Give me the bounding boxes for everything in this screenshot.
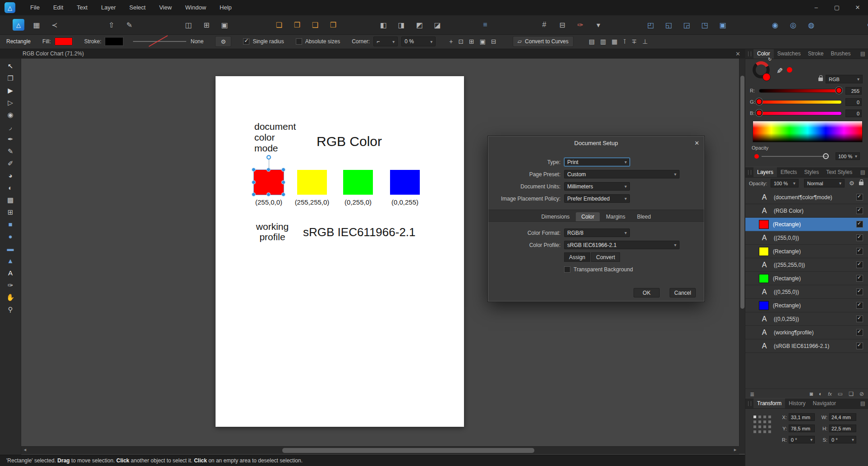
scroll-right-icon[interactable]: ►	[733, 448, 737, 452]
anchor-cell[interactable]	[753, 430, 756, 433]
pen-tool[interactable]: ✒	[4, 133, 17, 145]
layer-visibility-checkbox[interactable]	[856, 261, 863, 268]
transparent-background-option[interactable]: Transparent Background	[564, 266, 704, 273]
transform-separately-icon[interactable]: ▣	[480, 38, 486, 45]
corner-radius-input[interactable]: 0 % ▾	[401, 37, 436, 46]
rectangle-swatch-255-0-0[interactable]	[254, 170, 284, 195]
active-color-indicator[interactable]	[762, 73, 771, 81]
swatch-value-label[interactable]: (0,255,0)	[331, 198, 385, 206]
blend-mode-dropdown[interactable]: Normal ▾	[804, 179, 845, 187]
layer-visibility-checkbox[interactable]	[856, 221, 863, 228]
rounded-rectangle-tool[interactable]: ▬	[4, 243, 17, 254]
menu-text[interactable]: Text	[70, 0, 94, 15]
g-value-input[interactable]: 0	[845, 98, 862, 106]
panel-menu-icon[interactable]: ▤	[860, 169, 865, 175]
layer-visibility-checkbox[interactable]	[856, 302, 863, 309]
dialog-close-icon[interactable]: ✕	[694, 140, 699, 146]
vertical-scroll-thumb[interactable]	[740, 76, 744, 309]
hide-selection-icon[interactable]: ⊡	[458, 38, 464, 45]
transform-tab-transform[interactable]: Transform	[753, 398, 785, 408]
type-dropdown[interactable]: Print▾	[564, 158, 630, 166]
color-profile-dropdown[interactable]: sRGB IEC61966-2.1▾	[564, 241, 680, 249]
insert-inside-icon[interactable]: ◲	[681, 19, 693, 31]
anchor-cell[interactable]	[763, 425, 766, 428]
move-backward-icon[interactable]: ❑	[309, 19, 321, 31]
transform-origin-icon[interactable]: +	[449, 38, 453, 45]
triangle-tool[interactable]: ▲	[4, 255, 17, 266]
selection-handle[interactable]	[281, 168, 285, 172]
menu-layer[interactable]: Layer	[94, 0, 123, 15]
y-input[interactable]: 78,5 mm	[789, 425, 815, 432]
menu-select[interactable]: Select	[123, 0, 152, 15]
anchor-cell[interactable]	[763, 430, 766, 433]
anchor-cell[interactable]	[768, 430, 771, 433]
swatch-value-label[interactable]: (0,0,255)	[378, 198, 432, 206]
layer-row[interactable]: (Rectangle)	[745, 218, 868, 231]
style-paint-icon[interactable]: ✑	[574, 19, 586, 31]
blend-ranges-icon[interactable]: ▭	[838, 391, 843, 397]
vector-brush-tool[interactable]: ✐	[4, 158, 17, 169]
layer-visibility-checkbox[interactable]	[856, 194, 863, 201]
opacity-knob[interactable]	[823, 153, 829, 159]
dialog-tab-dimensions[interactable]: Dimensions	[536, 212, 575, 221]
r-slider-knob[interactable]	[836, 87, 842, 94]
rectangle-swatch-0-0-255[interactable]	[390, 170, 420, 195]
layer-row[interactable]: A(sRGB IEC611966-2.1)	[745, 339, 868, 353]
color-tab-brushes[interactable]: Brushes	[827, 49, 854, 59]
anchor-cell[interactable]	[768, 420, 771, 423]
insert-target-icon[interactable]: ▣	[717, 19, 729, 31]
align-bottom-icon[interactable]: ⊥	[642, 38, 648, 45]
remove-layer-icon[interactable]: ⊘	[859, 391, 864, 397]
adjustment-layer-icon[interactable]: ◐	[819, 391, 822, 397]
g-slider-track[interactable]	[759, 100, 842, 104]
scroll-left-icon[interactable]: ◄	[23, 448, 27, 452]
stroke-width-control[interactable]	[133, 38, 186, 45]
edit-document-icon[interactable]: ✎	[124, 19, 135, 31]
r-value-input[interactable]: 255	[845, 87, 862, 95]
anchor-cell[interactable]	[758, 430, 761, 433]
lock-icon[interactable]	[818, 78, 823, 81]
cycle-selection-box-icon[interactable]: ⊟	[491, 38, 496, 45]
panel-grip[interactable]	[748, 170, 751, 175]
layer-row[interactable]: A(document¶color¶mode)	[745, 191, 868, 204]
layer-row[interactable]: A(working¶profile)	[745, 326, 868, 339]
r-slider-track[interactable]	[759, 89, 842, 93]
selection-handle[interactable]	[252, 192, 256, 196]
b-slider-knob[interactable]	[756, 110, 762, 116]
move-to-front-icon[interactable]: ❏	[273, 19, 285, 31]
text-object-working-profile[interactable]: workingprofile	[253, 221, 291, 242]
fill-tool[interactable]: ◕	[4, 170, 17, 181]
pixel-alignment-icon[interactable]: ⊞	[201, 19, 212, 31]
horizontal-scrollbar[interactable]: ◄ ►	[21, 446, 739, 454]
close-button[interactable]: ✕	[847, 0, 868, 15]
layer-stack-icon[interactable]: ≣	[750, 391, 754, 397]
flip-horizontal-icon[interactable]: ◧	[377, 19, 389, 31]
image-tool[interactable]: ▩	[4, 194, 17, 206]
layers-tab-text-styles[interactable]: Text Styles	[822, 167, 856, 177]
align-middle-icon[interactable]: ∓	[632, 38, 637, 45]
panel-grip[interactable]	[748, 51, 751, 56]
layer-visibility-checkbox[interactable]	[856, 234, 863, 241]
move-tool[interactable]: ↖	[4, 60, 17, 72]
cancel-button[interactable]: Cancel	[670, 288, 696, 297]
menu-window[interactable]: Window	[179, 0, 213, 15]
align-right-icon[interactable]: ▦	[611, 38, 617, 45]
ok-button[interactable]: OK	[634, 288, 660, 297]
s-input[interactable]: 0 °▾	[829, 436, 856, 443]
fill-color-swatch[interactable]	[55, 37, 73, 46]
anchor-cell[interactable]	[753, 416, 756, 418]
convert-to-curves-button[interactable]: ▱ Convert to Curves	[513, 36, 574, 47]
add-layer-icon[interactable]: ❏	[849, 391, 854, 397]
lock-layer-icon[interactable]	[859, 182, 863, 185]
dialog-tab-color[interactable]: Color	[576, 212, 600, 221]
zoom-tool[interactable]: ⚲	[4, 304, 17, 315]
anchor-cell[interactable]	[753, 425, 756, 428]
text-object-rgb-color[interactable]: RGB Color	[317, 134, 382, 149]
layer-row[interactable]: A((255,255,0))	[745, 258, 868, 272]
single-radius-checkbox[interactable]: Single radius	[243, 38, 284, 45]
rectangle-tool[interactable]: ■	[4, 219, 17, 230]
vertical-scrollbar[interactable]	[739, 59, 745, 446]
absolute-sizes-checkbox[interactable]: Absolute sizes	[296, 38, 340, 45]
r-input[interactable]: 0 °▾	[789, 436, 815, 443]
blend-options-gear-icon[interactable]: ⚙	[849, 180, 854, 187]
